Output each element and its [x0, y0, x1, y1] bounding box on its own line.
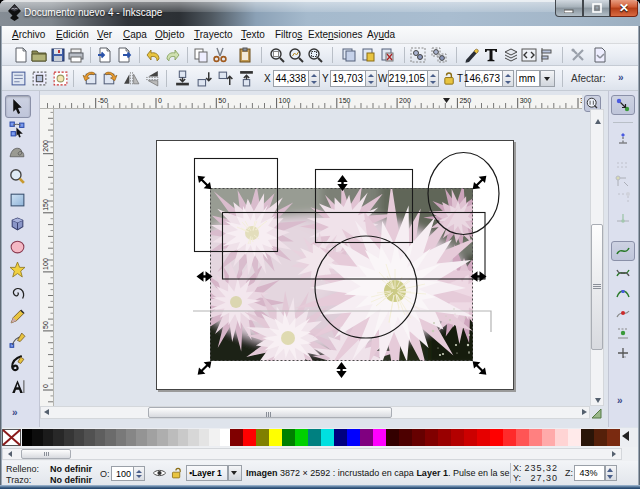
svg-text:100: 100	[42, 258, 49, 270]
svg-text:50: 50	[218, 97, 226, 104]
svg-text:150: 150	[339, 97, 351, 104]
svg-text:-50: -50	[98, 97, 108, 104]
svg-text:50: 50	[42, 321, 49, 329]
svg-text:300: 300	[520, 97, 532, 104]
svg-text:200: 200	[42, 140, 49, 152]
svg-text:200: 200	[399, 97, 411, 104]
svg-text:100: 100	[279, 97, 291, 104]
svg-text:0: 0	[42, 384, 49, 388]
svg-text:350: 350	[580, 97, 582, 104]
svg-text:250: 250	[459, 97, 471, 104]
svg-text:0: 0	[158, 97, 162, 104]
svg-text:150: 150	[42, 199, 49, 211]
